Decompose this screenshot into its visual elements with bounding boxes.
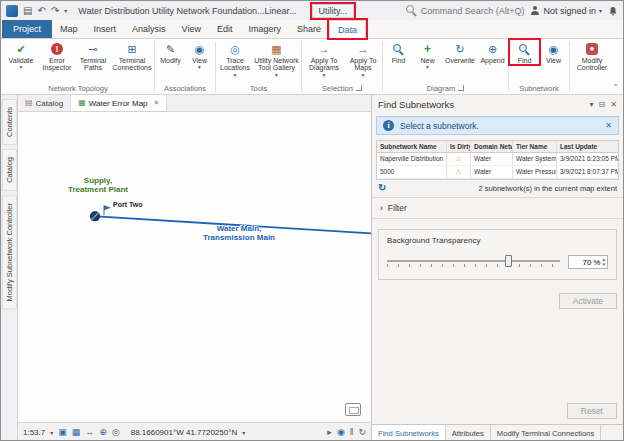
map-overview-button[interactable] [345,403,361,416]
view-tab-catalog[interactable]: ▤ Catalog [18,95,71,111]
filter-expander[interactable]: › Filter [372,198,623,219]
terminal-paths-label: Terminal Paths [75,57,111,72]
notifications-bell-icon[interactable] [608,6,618,16]
close-icon[interactable]: ✕ [605,121,612,130]
grid-icon[interactable]: ▦ [72,428,81,437]
tab-map[interactable]: Map [52,20,86,38]
group-subnetwork: Find ◉ View Subnetwork [510,40,568,94]
redo-icon[interactable]: ↷ [51,6,59,16]
append-icon: ⊕ [488,42,497,56]
map-scale-value[interactable]: 1:53.7 [23,428,45,437]
workspace: Contents Catalog Modify Subnetwork Contr… [1,95,623,441]
undo-icon[interactable]: ↶ [37,6,45,16]
find-diagram-button[interactable]: Find [384,40,413,64]
dialog-launcher-icon[interactable] [458,85,464,91]
dialog-launcher-icon[interactable] [356,85,362,91]
close-icon[interactable]: ✕ [610,100,617,109]
modify-controller-button[interactable]: ● Modify Controller [571,40,613,72]
warning-icon: ⚠ [447,153,471,165]
save-icon[interactable]: ▤ [23,6,32,16]
refresh-view-icon[interactable]: ↻ [358,428,366,437]
map-canvas[interactable]: Supply, Treatment Plant Port Two Water M… [18,112,371,422]
qat-menu-chevron-icon[interactable]: ▾ [64,8,67,14]
trace-locations-button[interactable]: ◎ Trace Locations ▾ [217,40,253,78]
sidebar-tab-contents[interactable]: Contents [2,99,17,145]
info-message-text: Select a subnetwork. [400,121,479,131]
utility-network-contextual-tab[interactable]: Utility... [312,4,355,18]
new-diagram-button[interactable]: + New ▾ [413,40,442,71]
chevron-down-icon: ▾ [323,73,326,79]
tab-share[interactable]: Share [289,20,329,38]
catalog-icon: ▤ [25,99,33,107]
col-header-last-update[interactable]: Last Update [557,141,618,152]
scale-dropdown-chevron-icon[interactable]: ▾ [50,429,53,436]
map-coordinates: 88.1660901°W 41.7720250°N [131,428,237,437]
tab-project[interactable]: Project [2,20,52,38]
transparency-spinbox[interactable]: 70 % ▴ ▾ [568,255,608,269]
view-associations-button[interactable]: ◉ View ▾ [185,40,214,71]
tab-analysis[interactable]: Analysis [124,20,174,38]
tab-modify-terminal-connections[interactable]: Modify Terminal Connections [491,425,601,441]
coordinates-dropdown-chevron-icon[interactable]: ▾ [242,429,245,436]
tab-insert[interactable]: Insert [86,20,125,38]
utility-network-tool-gallery-button[interactable]: ▦ Utility Network Tool Gallery ▾ [253,40,300,78]
snapping-icon[interactable]: ▣ [58,428,67,437]
table-row[interactable]: 5000 ⚠ Water Water Pressure 3/9/2021 8:0… [377,166,618,179]
apply-to-maps-icon: → [358,42,369,56]
modify-controller-label: Modify Controller [571,57,613,72]
append-label: Append [480,57,504,64]
col-header-tier-name[interactable]: Tier Name [513,141,557,152]
pin-icon[interactable]: ⊟ [599,100,606,109]
modify-associations-button[interactable]: ✎ Modify [156,40,185,64]
apply-to-diagrams-icon: → [319,42,330,56]
spin-down-icon[interactable]: ▾ [602,262,605,267]
view-tab-water-error-map[interactable]: ▦ Water Error Map ✕ [71,95,167,111]
transparency-slider[interactable] [387,255,560,269]
group-divider [382,42,383,92]
tab-attributes[interactable]: Attributes [446,425,491,441]
selection-arrow-icon[interactable]: ▸ [327,428,332,437]
sidebar-tab-modify-subnetwork-controller[interactable]: Modify Subnetwork Controller [2,195,17,309]
pane-menu-icon[interactable]: ▾ [590,100,594,109]
slider-thumb[interactable] [505,255,512,267]
locate-icon[interactable]: ◎ [112,428,120,437]
apply-to-diagrams-button[interactable]: → Apply To Diagrams ▾ [303,40,345,78]
command-search[interactable]: Command Search (Alt+Q) [406,5,525,16]
terminal-connections-button[interactable]: ⊞ Terminal Connections [111,40,153,72]
error-inspector-button[interactable]: ! Error Inspector [39,40,75,72]
validate-button[interactable]: ✔ Validate ▾ [3,40,39,71]
col-header-domain-network[interactable]: Domain Network [471,141,513,152]
close-icon[interactable]: ✕ [154,99,160,107]
tab-find-subnetworks[interactable]: Find Subnetworks [372,425,446,441]
find-subnetworks-button[interactable]: Find [510,40,539,64]
sidebar-tab-catalog[interactable]: Catalog [2,149,17,191]
tab-imagery[interactable]: Imagery [240,20,289,38]
overwrite-icon: ↻ [455,42,464,56]
eye-icon: ◉ [549,42,559,56]
col-header-is-dirty[interactable]: Is Dirty [447,141,471,152]
new-diagram-icon: + [424,42,431,56]
pause-icon[interactable]: ‖ [350,428,354,437]
new-diagram-label: New [420,57,434,64]
record-icon[interactable]: ◉ [337,428,345,437]
view-subnetwork-button[interactable]: ◉ View [539,40,568,64]
terminal-paths-button[interactable]: ⊸ Terminal Paths [75,40,111,72]
find-subnetworks-pane: Find Subnetworks ▾ ⊟ ✕ i Select a subnet… [371,95,623,441]
tab-data[interactable]: Data [329,20,366,38]
group-divider [301,42,302,92]
reset-button[interactable]: Reset [567,403,617,419]
col-header-subnetwork-name[interactable]: Subnetwork Name [377,141,447,152]
apply-to-maps-button[interactable]: → Apply To Maps ▾ [345,40,381,78]
tab-view[interactable]: View [174,20,209,38]
refresh-icon[interactable]: ↻ [378,183,386,193]
collapse-ribbon-icon[interactable]: ⌃ [612,83,619,92]
zoom-extent-icon[interactable]: ⊕ [99,428,107,437]
find-diagram-label: Find [392,57,406,64]
overwrite-diagram-button[interactable]: ↻ Overwrite [442,40,478,64]
activate-button[interactable]: Activate [559,293,617,309]
tab-edit[interactable]: Edit [209,20,241,38]
pan-icon[interactable]: ↔ [85,428,94,437]
table-row[interactable]: Naperville Distribution ⚠ Water Water Sy… [377,153,618,166]
sign-in-status[interactable]: Not signed in ▾ [530,6,602,16]
append-diagram-button[interactable]: ⊕ Append [478,40,507,64]
